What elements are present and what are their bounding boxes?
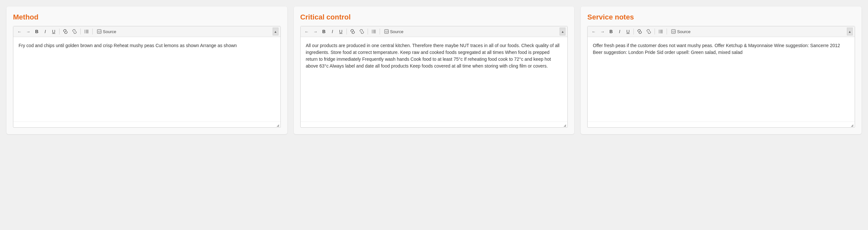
italic-button-service-notes[interactable]: I	[616, 28, 623, 35]
resize-handle-method: ◢	[277, 123, 280, 127]
link-button-method[interactable]	[61, 28, 70, 35]
scroll-up-button-method[interactable]: ▲	[273, 28, 278, 35]
unlink-button-critical-control[interactable]	[358, 28, 366, 35]
svg-rect-1	[85, 30, 85, 31]
svg-rect-12	[372, 31, 373, 32]
unlink-button-method[interactable]	[70, 28, 79, 35]
link-button-service-notes[interactable]	[636, 28, 644, 35]
list-button-critical-control[interactable]	[370, 28, 378, 35]
link-button-critical-control[interactable]	[348, 28, 357, 35]
editor-content-service-notes[interactable]: Offer fresh peas if the customer does no…	[588, 37, 855, 121]
list-icon	[658, 29, 663, 34]
svg-rect-3	[85, 31, 85, 32]
svg-text:</>: </>	[385, 31, 389, 33]
editor-toolbar-method: ← → B I U	[13, 26, 280, 37]
bold-button-method[interactable]: B	[33, 28, 41, 35]
separator-1-method	[59, 29, 60, 34]
underline-button-critical-control[interactable]: U	[337, 28, 345, 35]
source-button-method[interactable]: </> Source	[94, 28, 119, 35]
panel-title-critical-control: Critical control	[300, 13, 568, 22]
resize-handle-critical-control: ◢	[563, 123, 567, 127]
separator-1-service-notes	[633, 29, 634, 34]
list-button-method[interactable]	[82, 28, 91, 35]
link-icon	[63, 29, 68, 34]
underline-button-method[interactable]: U	[50, 28, 58, 35]
svg-rect-5	[85, 33, 85, 33]
link-icon	[637, 29, 642, 34]
link-icon	[350, 29, 355, 34]
source-label-service-notes: Source	[677, 29, 690, 34]
editor-wrapper-critical-control: ← → B I U	[300, 26, 568, 128]
svg-rect-23	[659, 33, 659, 33]
editor-wrapper-method: ← → B I U	[13, 26, 281, 128]
source-icon: </>	[97, 29, 101, 34]
unlink-icon	[360, 29, 364, 34]
panels-container: Method ← → B I U	[6, 6, 862, 134]
separator-2-service-notes	[655, 29, 655, 34]
source-label-critical-control: Source	[390, 29, 403, 34]
panel-title-method: Method	[13, 13, 281, 22]
source-icon: </>	[384, 29, 389, 34]
editor-footer-method: ◢	[13, 121, 280, 127]
svg-rect-14	[372, 33, 373, 33]
svg-text:</>: </>	[672, 31, 676, 33]
source-button-service-notes[interactable]: </> Source	[669, 28, 693, 35]
bold-button-service-notes[interactable]: B	[607, 28, 615, 35]
list-button-service-notes[interactable]	[656, 28, 665, 35]
separator-3-critical-control	[380, 29, 380, 34]
editor-wrapper-service-notes: ← → B I U	[587, 26, 855, 128]
separator-3-service-notes	[666, 29, 667, 34]
italic-button-critical-control[interactable]: I	[329, 28, 336, 35]
svg-rect-21	[659, 31, 659, 32]
underline-button-service-notes[interactable]: U	[624, 28, 632, 35]
undo-button-service-notes[interactable]: ←	[590, 28, 598, 35]
separator-1-critical-control	[346, 29, 347, 34]
scroll-up-button-critical-control[interactable]: ▲	[560, 28, 565, 35]
undo-button-critical-control[interactable]: ←	[303, 28, 311, 35]
svg-line-0	[65, 31, 66, 33]
separator-2-critical-control	[368, 29, 368, 34]
source-label-method: Source	[103, 29, 116, 34]
scroll-up-button-service-notes[interactable]: ▲	[847, 28, 853, 35]
bold-button-critical-control[interactable]: B	[320, 28, 328, 35]
svg-text:</>: </>	[98, 31, 101, 33]
list-icon	[372, 29, 376, 34]
editor-footer-critical-control: ◢	[301, 121, 568, 127]
unlink-button-service-notes[interactable]	[645, 28, 653, 35]
panel-method: Method ← → B I U	[6, 6, 287, 134]
italic-button-method[interactable]: I	[41, 28, 49, 35]
resize-handle-service-notes: ◢	[851, 123, 854, 127]
panel-critical-control: Critical control ← → B I U	[294, 6, 575, 134]
unlink-icon	[646, 29, 651, 34]
svg-rect-10	[372, 30, 373, 31]
source-icon: </>	[671, 29, 676, 34]
editor-toolbar-critical-control: ← → B I U	[301, 26, 568, 37]
panel-service-notes: Service notes ← → B I U	[581, 6, 862, 134]
undo-button-method[interactable]: ←	[15, 28, 24, 35]
unlink-icon	[72, 29, 77, 34]
svg-line-18	[639, 31, 641, 33]
editor-toolbar-service-notes: ← → B I U	[588, 26, 855, 37]
redo-button-service-notes[interactable]: →	[598, 28, 607, 35]
redo-button-method[interactable]: →	[24, 28, 32, 35]
svg-rect-19	[659, 30, 659, 31]
list-icon	[84, 29, 89, 34]
separator-2-method	[80, 29, 81, 34]
editor-footer-service-notes: ◢	[588, 121, 855, 127]
separator-3-method	[92, 29, 93, 34]
source-button-critical-control[interactable]: </> Source	[382, 28, 406, 35]
editor-content-method[interactable]: Fry cod and chips until golden brown and…	[13, 37, 280, 121]
redo-button-critical-control[interactable]: →	[311, 28, 319, 35]
editor-content-critical-control[interactable]: All our products are produced in one cen…	[301, 37, 568, 121]
svg-line-9	[352, 31, 353, 33]
panel-title-service-notes: Service notes	[587, 13, 855, 22]
